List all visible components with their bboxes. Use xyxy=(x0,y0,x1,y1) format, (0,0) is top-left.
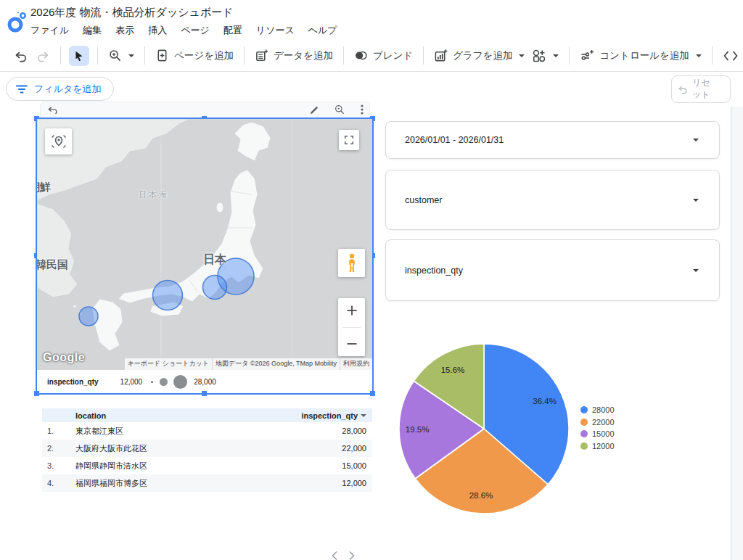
zoom-explore-icon[interactable] xyxy=(334,104,345,115)
table-row: 1.東京都江東区28,000 xyxy=(42,422,372,440)
community-viz-icon xyxy=(532,49,546,63)
inspection-qty-filter-control[interactable]: inspection_qty xyxy=(385,239,720,301)
toolbar-divider xyxy=(244,46,245,65)
pegman-streetview-button[interactable] xyxy=(338,249,365,277)
chevron-down-icon xyxy=(553,54,559,60)
blend-button[interactable]: ブレンド xyxy=(350,46,416,65)
pie-chart-widget[interactable]: 36.4%28.6%19.5%15.6% xyxy=(396,341,572,516)
google-map[interactable]: 朝鮮 日本海 大韓民国 日本 Google キーボード ショートカット xyxy=(37,119,372,370)
add-control-icon xyxy=(580,49,594,63)
table-header-qty[interactable]: inspection_qty xyxy=(303,411,372,420)
fullscreen-button[interactable] xyxy=(339,130,359,150)
toolbar-divider xyxy=(569,46,570,65)
legend-size-dot-medium xyxy=(160,378,168,386)
menu-view[interactable]: 表示 xyxy=(115,24,134,37)
zoom-in-button[interactable] xyxy=(346,305,358,316)
keyboard-shortcuts-link[interactable]: キーボード ショートカット xyxy=(125,358,212,370)
pie-slice-label: 19.5% xyxy=(406,425,430,434)
legend-label: 12000 xyxy=(592,442,615,450)
toolbar-divider xyxy=(144,46,145,65)
legend-color-dot xyxy=(580,419,588,426)
map-bubble[interactable] xyxy=(153,281,183,310)
more-options-kebab-icon[interactable] xyxy=(357,104,367,115)
add-page-button[interactable]: ページを追加 xyxy=(152,46,237,65)
menu-help[interactable]: ヘルプ xyxy=(308,24,337,37)
add-filter-button[interactable]: フィルタを追加 xyxy=(6,77,114,101)
date-range-control[interactable]: 2026/01/01 - 2026/01/31 xyxy=(385,121,720,159)
add-chart-button[interactable]: グラフを追加 xyxy=(430,46,528,65)
google-logo[interactable]: Google xyxy=(43,351,85,364)
pie-legend-item: 22000 xyxy=(580,418,615,427)
selection-handle[interactable] xyxy=(34,391,39,396)
map-bubble[interactable] xyxy=(79,307,98,326)
menu-page[interactable]: ページ xyxy=(181,24,210,37)
table-body: 1.東京都江東区28,0002.大阪府大阪市此花区22,0003.静岡県静岡市清… xyxy=(42,422,372,492)
add-chart-icon xyxy=(434,49,448,62)
chevron-down-icon xyxy=(693,199,699,205)
pie-legend-item: 12000 xyxy=(580,442,615,450)
selection-handle[interactable] xyxy=(370,391,375,396)
add-data-button[interactable]: データを追加 xyxy=(251,46,337,65)
undo-button[interactable] xyxy=(10,46,32,66)
chevron-down-icon xyxy=(519,54,525,60)
legend-color-dot xyxy=(580,406,588,413)
looker-studio-logo-icon[interactable] xyxy=(6,8,29,34)
edit-toolbar: ページを追加 データを追加 ブレンド グラフを追加 コントロールを追加 xyxy=(0,40,743,72)
legend-size-dot-large xyxy=(173,375,187,389)
blend-icon xyxy=(354,49,368,62)
redo-button[interactable] xyxy=(32,46,54,66)
pie-legend-item: 15000 xyxy=(580,429,615,438)
add-control-label: コントロールを追加 xyxy=(599,49,689,62)
pie-chart: 36.4%28.6%19.5%15.6% xyxy=(396,341,572,516)
table-header-row: location inspection_qty xyxy=(42,408,372,422)
legend-size-dot-small xyxy=(151,381,153,383)
location-table-widget[interactable]: location inspection_qty 1.東京都江東区28,0002.… xyxy=(42,408,372,492)
selection-handle[interactable] xyxy=(202,391,207,396)
add-filter-label: フィルタを追加 xyxy=(34,83,102,96)
report-title[interactable]: 2026年度 物流・検品分析ダッシュボード xyxy=(30,6,234,20)
customer-filter-control[interactable]: customer xyxy=(385,170,720,230)
recenter-map-button[interactable] xyxy=(45,128,72,155)
prev-page-chevron-icon[interactable] xyxy=(331,551,338,560)
table-row: 3.静岡県静岡市清水区15,000 xyxy=(42,457,372,474)
table-header-location[interactable]: location xyxy=(75,411,303,420)
legend-label: 15000 xyxy=(592,429,615,438)
legend-label: 22000 xyxy=(592,418,615,427)
map-label-sea-of-japan: 日本海 xyxy=(139,189,169,200)
japan-map xyxy=(37,119,372,370)
geo-map-widget[interactable]: 朝鮮 日本海 大韓民国 日本 Google キーボード ショートカット xyxy=(37,119,372,393)
chevron-down-icon xyxy=(693,269,699,275)
community-visualizations-button[interactable] xyxy=(528,46,562,66)
reset-button[interactable]: リセット xyxy=(671,75,731,103)
map-data-copyright: 地図データ ©2026 Google, TMap Mobility xyxy=(213,358,340,370)
zoom-out-button[interactable] xyxy=(346,338,358,350)
report-canvas[interactable]: 朝鮮 日本海 大韓民国 日本 Google キーボード ショートカット xyxy=(0,107,743,560)
canvas-gutter xyxy=(731,107,743,560)
customer-filter-value: customer xyxy=(405,195,442,205)
add-page-label: ページを追加 xyxy=(174,49,234,62)
menu-resource[interactable]: リソース xyxy=(256,24,295,37)
reset-undo-icon xyxy=(677,83,689,95)
add-control-button[interactable]: コントロールを追加 xyxy=(576,46,705,66)
menu-arrange[interactable]: 配置 xyxy=(223,24,242,37)
toolbar-divider xyxy=(343,46,344,65)
zoom-tool-button[interactable] xyxy=(104,46,138,65)
select-tool-button[interactable] xyxy=(69,46,89,66)
map-bubble[interactable] xyxy=(203,276,227,300)
drill-up-icon[interactable] xyxy=(46,104,59,116)
terms-link[interactable]: 利用規約 xyxy=(340,358,372,370)
next-page-chevron-icon[interactable] xyxy=(348,551,356,560)
map-label-north-korea: 朝鮮 xyxy=(37,181,51,194)
menu-insert[interactable]: 挿入 xyxy=(148,24,167,37)
menu-file[interactable]: ファイル xyxy=(30,24,69,37)
toolbar-divider xyxy=(60,46,61,65)
legend-label: 28000 xyxy=(592,405,615,414)
menu-edit[interactable]: 編集 xyxy=(83,24,102,37)
legend-color-dot xyxy=(580,430,588,437)
add-data-label: データを追加 xyxy=(274,49,333,62)
edit-pencil-icon[interactable] xyxy=(309,104,321,115)
map-label-japan: 日本 xyxy=(203,252,226,268)
embed-button[interactable] xyxy=(719,46,742,65)
map-zoom-control xyxy=(338,298,365,356)
embed-code-icon xyxy=(723,49,739,62)
